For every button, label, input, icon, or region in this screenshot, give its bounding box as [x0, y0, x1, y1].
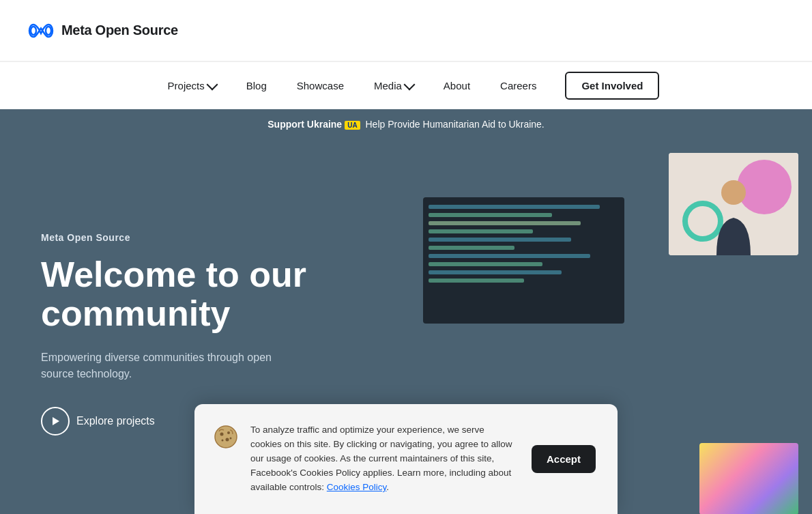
navigation: Projects Blog Showcase Media About Caree… — [0, 61, 812, 109]
svg-point-2 — [721, 180, 746, 205]
svg-point-1 — [46, 27, 51, 35]
meta-logo-icon — [27, 22, 55, 40]
hero-image-person — [669, 153, 798, 255]
support-ukraine-banner[interactable]: Support UkraineUA Help Provide Humanitar… — [0, 109, 812, 139]
banner-bold: Support Ukraine — [267, 119, 342, 130]
cookie-message: To analyze traffic and optimize your exp… — [250, 423, 514, 495]
nav-item-showcase[interactable]: Showcase — [282, 62, 359, 110]
arrow-right-icon — [53, 417, 59, 425]
hero-subtitle: Meta Open Source — [41, 232, 314, 243]
ua-badge: UA — [345, 121, 360, 130]
svg-point-8 — [222, 440, 224, 442]
svg-point-4 — [215, 426, 237, 448]
cookie-banner: To analyze traffic and optimize your exp… — [194, 404, 618, 514]
accept-cookies-button[interactable]: Accept — [532, 445, 596, 473]
nav-item-media[interactable]: Media — [359, 62, 429, 110]
site-header: Meta Open Source — [0, 0, 812, 61]
svg-point-0 — [31, 27, 36, 35]
hero-title: Welcome to our community — [41, 255, 314, 333]
arrow-circle-icon — [41, 407, 70, 436]
logo-text: Meta Open Source — [61, 23, 178, 38]
chevron-down-icon — [403, 79, 415, 91]
svg-point-9 — [230, 438, 232, 440]
cookies-policy-link[interactable]: Cookies Policy — [327, 482, 387, 492]
cookie-icon — [214, 425, 238, 449]
chevron-down-icon — [206, 79, 218, 91]
nav-item-careers[interactable]: Careers — [485, 62, 551, 110]
hero-description: Empowering diverse communities through o… — [41, 349, 300, 382]
hero-image-abstract — [699, 443, 798, 514]
nav-item-blog[interactable]: Blog — [231, 62, 282, 110]
nav-item-about[interactable]: About — [429, 62, 485, 110]
svg-point-7 — [226, 438, 229, 442]
svg-point-6 — [227, 431, 230, 434]
get-involved-button[interactable]: Get Involved — [565, 72, 659, 100]
logo[interactable]: Meta Open Source — [27, 22, 178, 40]
svg-point-5 — [220, 433, 224, 436]
nav-item-projects[interactable]: Projects — [153, 62, 231, 110]
hero-image-code — [423, 197, 624, 324]
banner-text: Help Provide Humanitarian Aid to Ukraine… — [363, 119, 545, 130]
